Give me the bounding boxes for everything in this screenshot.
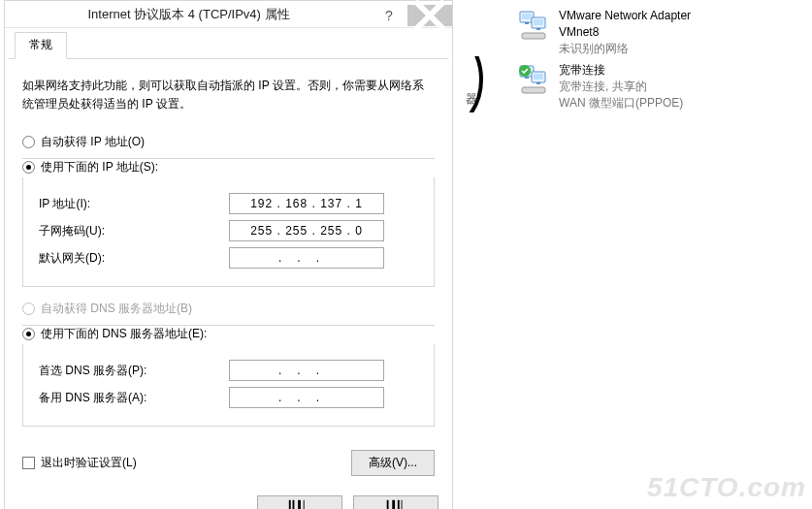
cancel-button[interactable] [353,495,438,509]
ok-button[interactable] [257,495,342,509]
radio-icon [22,302,35,315]
validate-checkbox-row[interactable]: 退出时验证设置(L) [22,455,137,471]
tab-general[interactable]: 常规 [15,32,67,59]
svg-rect-22 [536,82,540,84]
svg-rect-4 [298,500,301,509]
gateway-row: 默认网关(D): ... [35,247,422,269]
dialog-titlebar: Internet 协议版本 4 (TCP/IPv4) 属性 ? [5,1,452,28]
network-item-line1: VMware Network Adapter [559,8,691,24]
svg-rect-6 [387,500,389,509]
ip-address-input[interactable]: 192 . 168 . 137 . 1 [229,193,384,214]
radio-auto-dns-row: 自动获得 DNS 服务器地址(B) [22,301,435,317]
network-item-vmnet8[interactable]: VMware Network Adapter VMnet8 未识别的网络 [516,8,788,56]
radio-icon [22,136,35,148]
subnet-input[interactable]: 255 . 255 . 255 . 0 [229,220,384,241]
radio-auto-ip-row[interactable]: 自动获得 IP 地址(O) [22,134,435,150]
svg-rect-12 [525,22,529,24]
dialog-title: Internet 协议版本 4 (TCP/IPv4) 属性 [5,6,373,23]
network-item-line3: 未识别的网络 [559,41,691,57]
svg-rect-19 [525,77,529,79]
pref-dns-row: 首选 DNS 服务器(P): ... [35,360,422,381]
dialog-content: 如果网络支持此功能，则可以获取自动指派的 IP 设置。否则，你需要从网络系统管理… [5,59,452,486]
ipv4-properties-dialog: Internet 协议版本 4 (TCP/IPv4) 属性 ? 常规 如果网络支… [4,0,453,509]
ip-address-label: IP 地址(I): [35,196,229,212]
network-adapter-icon [516,62,553,100]
svg-rect-8 [398,500,400,509]
close-button[interactable] [407,5,452,26]
network-item-broadband[interactable]: 宽带连接 宽带连接, 共享的 WAN 微型端口(PPPOE) [516,62,788,111]
pref-dns-input[interactable]: ... [229,360,384,381]
ip-fields-group: IP 地址(I): 192 . 168 . 137 . 1 子网掩码(U): 2… [22,177,435,287]
advanced-button[interactable]: 高级(V)... [351,450,435,476]
svg-rect-11 [522,14,532,19]
radio-manual-dns-label: 使用下面的 DNS 服务器地址(E): [41,326,207,342]
validate-checkbox-label: 退出时验证设置(L) [41,455,137,471]
svg-rect-2 [288,500,290,509]
network-item-line2: VMnet8 [559,24,691,41]
network-item-line2: 宽带连接, 共享的 [559,79,683,95]
network-item-line1: 宽带连接 [559,62,683,79]
gateway-label: 默认网关(D): [35,250,229,267]
gateway-input[interactable]: ... [229,247,384,269]
network-item-line3: WAN 微型端口(PPPOE) [559,95,683,111]
radio-manual-ip-row[interactable]: 使用下面的 IP 地址(S): [22,159,164,175]
radio-icon [22,328,35,340]
alt-dns-input[interactable]: ... [229,387,384,408]
description-text: 如果网络支持此功能，则可以获取自动指派的 IP 设置。否则，你需要从网络系统管理… [22,77,435,112]
svg-rect-7 [392,500,395,509]
svg-rect-15 [536,28,540,30]
radio-auto-dns-label: 自动获得 DNS 服务器地址(B) [41,301,192,317]
dns-fields-group: 首选 DNS 服务器(P): ... 备用 DNS 服务器(A): ... [22,344,435,427]
svg-rect-16 [522,33,545,39]
network-item-text: VMware Network Adapter VMnet8 未识别的网络 [559,8,691,56]
alt-dns-label: 备用 DNS 服务器(A): [35,390,229,406]
svg-rect-5 [303,500,304,509]
svg-rect-21 [534,74,543,80]
ip-address-row: IP 地址(I): 192 . 168 . 137 . 1 [35,193,422,214]
dialog-bottom-buttons [5,486,452,509]
radio-manual-dns-row[interactable]: 使用下面的 DNS 服务器地址(E): [22,326,212,342]
radio-auto-ip-label: 自动获得 IP 地址(O) [41,134,145,150]
help-button[interactable]: ? [373,5,406,26]
network-item-text: 宽带连接 宽带连接, 共享的 WAN 微型端口(PPPOE) [559,62,683,111]
checkbox-icon [22,457,35,469]
svg-rect-3 [292,500,294,509]
alt-dns-row: 备用 DNS 服务器(A): ... [35,387,422,408]
radio-icon [22,161,35,174]
svg-rect-14 [534,19,543,25]
subnet-row: 子网掩码(U): 255 . 255 . 255 . 0 [35,220,422,241]
radio-manual-ip-label: 使用下面的 IP 地址(S): [41,159,158,175]
tab-strip: 常规 [9,32,448,59]
svg-rect-23 [522,87,545,93]
svg-rect-9 [402,500,403,509]
network-adapter-icon [516,8,553,46]
subnet-label: 子网掩码(U): [35,223,229,239]
pref-dns-label: 首选 DNS 服务器(P): [35,363,229,379]
watermark: 51CTO.com [647,472,806,503]
background-text-fragment: 器 [466,91,477,108]
